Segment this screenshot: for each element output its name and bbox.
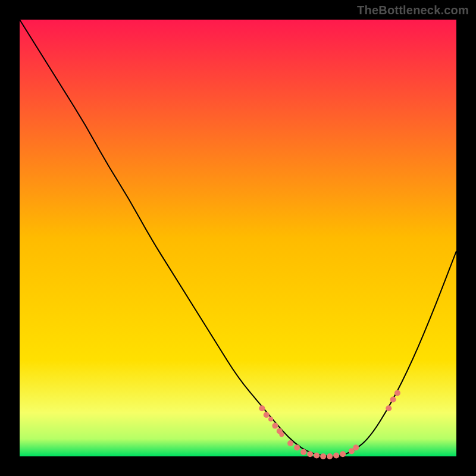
marker-point (287, 440, 293, 446)
marker-point (259, 405, 265, 411)
marker-point (386, 405, 392, 411)
watermark-label: TheBottleneck.com (357, 4, 469, 17)
marker-point (300, 449, 306, 455)
bottleneck-chart (0, 0, 476, 476)
marker-point (294, 444, 300, 450)
marker-point (340, 451, 346, 457)
marker-point (268, 417, 273, 422)
marker-point (320, 453, 326, 459)
marker-point (394, 390, 400, 396)
marker-point (307, 451, 313, 457)
marker-point (264, 412, 270, 418)
marker-point (272, 423, 278, 429)
marker-point (279, 432, 284, 437)
plot-background (20, 20, 456, 456)
marker-point (390, 397, 396, 403)
marker-point (353, 444, 359, 450)
chart-frame: TheBottleneck.com (0, 0, 476, 476)
marker-point (333, 453, 339, 459)
marker-point (314, 453, 320, 459)
marker-point (327, 453, 333, 459)
